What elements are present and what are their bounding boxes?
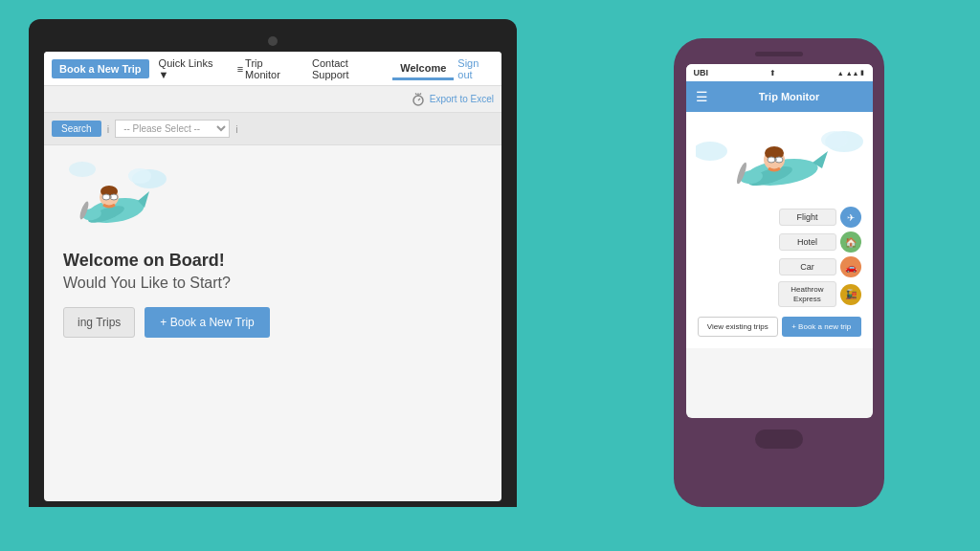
- alarm-icon: [411, 92, 426, 107]
- building-icon: 🏠: [845, 237, 857, 248]
- existing-trips-button[interactable]: ing Trips: [63, 307, 135, 338]
- nav-book-trip-button[interactable]: Book a New Trip: [52, 59, 149, 78]
- book-new-trip-button[interactable]: + Book a New Trip: [145, 307, 269, 338]
- car-label[interactable]: Car: [779, 258, 836, 276]
- action-buttons-group: ing Trips + Book a New Trip: [63, 307, 482, 338]
- laptop-navbar: Book a New Trip Quick Links ▼ ≡ Trip Mon…: [44, 52, 501, 86]
- phone-option-flight: Flight ✈: [698, 207, 861, 228]
- hotel-label[interactable]: Hotel: [779, 233, 836, 251]
- signal-icon: ▲▲: [846, 70, 859, 77]
- svg-line-3: [419, 93, 421, 95]
- phone-option-hotel: Hotel 🏠: [698, 231, 861, 253]
- battery-icon: ▮: [860, 69, 864, 77]
- hamburger-icon[interactable]: ☰: [696, 89, 708, 104]
- info-icon-1: i: [107, 123, 109, 135]
- phone-speaker: [755, 52, 803, 56]
- pilot-illustration: [63, 155, 168, 241]
- svg-line-4: [418, 99, 420, 100]
- welcome-subheading: Would You Like to Start?: [63, 275, 482, 292]
- phone-option-heathrow: HeathrowExpress 🚂: [698, 281, 861, 307]
- nav-welcome-tab[interactable]: Welcome: [392, 58, 454, 80]
- laptop-device: Book a New Trip Quick Links ▼ ≡ Trip Mon…: [29, 19, 517, 526]
- laptop-toolbar: Export to Excel: [44, 86, 501, 113]
- svg-point-6: [128, 168, 151, 184]
- filter-select[interactable]: -- Please Select --: [115, 120, 230, 138]
- phone-body: UBI ⬆ ▲ ▲▲ ▮ ☰ Trip Monitor: [674, 38, 884, 507]
- svg-line-2: [415, 93, 417, 95]
- phone-screen-body: Flight ✈ Hotel 🏠 Car �: [686, 112, 873, 348]
- svg-point-20: [821, 131, 848, 148]
- phone-brand-label: UBI: [694, 68, 709, 77]
- laptop-filter-bar: Search i -- Please Select -- i: [44, 113, 501, 145]
- phone-statusbar: UBI ⬆ ▲ ▲▲ ▮: [686, 64, 873, 81]
- train-icon: 🚂: [845, 289, 857, 299]
- view-existing-trips-button[interactable]: View existing trips: [698, 317, 779, 337]
- laptop-body: Book a New Trip Quick Links ▼ ≡ Trip Mon…: [29, 19, 517, 507]
- signal-icons: ▲ ▲▲ ▮: [837, 69, 865, 77]
- nav-contact-support-button[interactable]: Contact Support: [306, 54, 389, 84]
- phone-screen: UBI ⬆ ▲ ▲▲ ▮ ☰ Trip Monitor: [686, 64, 873, 418]
- heathrow-label[interactable]: HeathrowExpress: [778, 281, 835, 307]
- info-icon-2: i: [235, 123, 237, 135]
- nav-trip-monitor-button[interactable]: ≡ Trip Monitor: [232, 54, 302, 84]
- wifi-icon: ▲: [837, 70, 844, 77]
- heathrow-icon[interactable]: 🚂: [840, 284, 861, 305]
- phone-illustration: [694, 120, 865, 201]
- nav-quick-links-button[interactable]: Quick Links ▼: [153, 54, 228, 84]
- phone-options-list: Flight ✈ Hotel 🏠 Car �: [694, 207, 865, 307]
- list-icon: ≡: [237, 63, 243, 75]
- phone-home-button[interactable]: [755, 430, 803, 449]
- laptop-main-content: Welcome on Board! Would You Like to Star…: [44, 145, 501, 347]
- nav-signout-button[interactable]: Sign out: [457, 57, 494, 80]
- phone-book-new-trip-button[interactable]: + Book a new trip: [782, 317, 861, 337]
- phone-header-title: Trip Monitor: [716, 91, 863, 102]
- svg-point-15: [102, 194, 110, 200]
- welcome-text-block: Welcome on Board! Would You Like to Star…: [63, 251, 482, 338]
- flight-icon[interactable]: ✈: [840, 207, 861, 228]
- flight-label[interactable]: Flight: [779, 209, 836, 226]
- gps-icon: ⬆: [769, 69, 776, 77]
- svg-point-7: [69, 162, 96, 177]
- welcome-heading: Welcome on Board!: [63, 251, 482, 271]
- svg-point-28: [768, 157, 775, 163]
- search-button[interactable]: Search: [52, 121, 101, 137]
- phone-device: UBI ⬆ ▲ ▲▲ ▮ ☰ Trip Monitor: [674, 38, 884, 507]
- phone-bottom-buttons: View existing trips + Book a new trip: [694, 311, 865, 341]
- phone-option-car: Car 🚗: [698, 256, 861, 277]
- car-emoji-icon: 🚗: [845, 262, 857, 273]
- car-icon[interactable]: 🚗: [840, 256, 861, 277]
- plane-icon: ✈: [847, 212, 855, 223]
- hotel-icon[interactable]: 🏠: [840, 231, 861, 253]
- laptop-screen: Book a New Trip Quick Links ▼ ≡ Trip Mon…: [44, 52, 501, 501]
- phone-header: ☰ Trip Monitor: [686, 81, 873, 112]
- svg-point-18: [696, 142, 727, 161]
- export-excel-link[interactable]: Export to Excel: [430, 94, 494, 104]
- laptop-camera: [268, 36, 278, 46]
